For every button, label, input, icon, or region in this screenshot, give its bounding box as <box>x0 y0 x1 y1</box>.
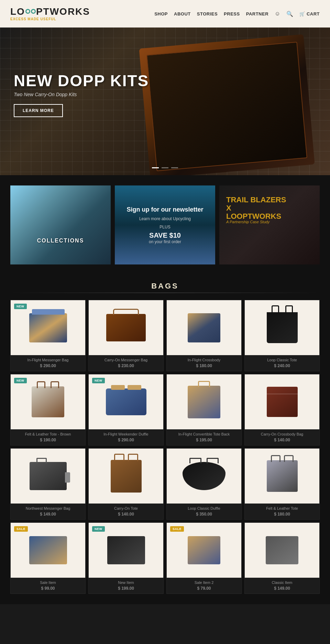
product-price: $ 190.00 <box>13 438 82 442</box>
hero-subtitle: Two New Carry-On Dopp Kits <box>14 92 149 97</box>
product-name: Carry-On Crossbody Bag <box>248 432 317 436</box>
product-info: Loop Classic Tote $ 240.00 <box>245 355 319 371</box>
product-card[interactable]: Felt & Leather Tote $ 180.00 <box>244 448 320 520</box>
new-badge: NEW <box>92 526 105 532</box>
search-icon[interactable]: 🔍 <box>286 11 293 17</box>
product-card[interactable]: Carry-On Tote $ 140.00 <box>88 448 164 520</box>
product-info: Sale Item $ 99.00 <box>11 578 85 594</box>
product-card[interactable]: SALE Sale Item $ 99.00 <box>10 522 86 594</box>
product-name: Classic Item <box>248 580 317 585</box>
product-name: In-Flight Crossbody <box>169 358 239 362</box>
logo[interactable]: LOPTWORKS EXCESS MADE USEFUL <box>10 7 90 21</box>
product-card[interactable]: NEW In-Flight Weekender Duffle $ 290.00 <box>88 374 164 445</box>
product-price: $ 79.00 <box>169 586 239 591</box>
product-card[interactable]: NEW New Item $ 199.00 <box>88 522 164 594</box>
product-card[interactable]: SALE Sale Item 2 $ 79.00 <box>166 522 242 594</box>
promo-section: COLLECTIONS Sign up for our newsletter L… <box>0 175 330 275</box>
product-info: Northwest Messenger Bag $ 149.00 <box>11 504 85 519</box>
newsletter-on: on your first order <box>120 239 210 244</box>
logo-tagline: EXCESS MADE USEFUL <box>10 17 90 21</box>
product-name: New Item <box>91 580 161 585</box>
new-badge: NEW <box>92 378 105 383</box>
product-card[interactable]: Carry-On Crossbody Bag $ 140.00 <box>244 374 320 445</box>
hero-dot-1[interactable] <box>152 167 159 168</box>
product-info: In-Flight Weekender Duffle $ 290.00 <box>89 429 163 445</box>
product-card[interactable]: In-Flight Convertible Tote Back $ 195.00 <box>166 374 242 445</box>
main-nav: SHOP ABOUT STORIES PRESS PARTNER ☺ 🔍 🛒 C… <box>154 11 320 17</box>
newsletter-save: SAVE $10 <box>120 231 210 239</box>
hero-content: NEW DOPP KITS Two New Carry-On Dopp Kits… <box>14 72 149 117</box>
product-info: New Item $ 199.00 <box>89 578 163 594</box>
product-name: Felt & Leather Tote - Brown <box>13 432 82 436</box>
product-price: $ 240.00 <box>248 363 317 368</box>
product-card[interactable]: Loop Classic Tote $ 240.00 <box>244 300 320 371</box>
product-info: Loop Classic Duffle $ 350.00 <box>167 504 241 519</box>
product-name: Felt & Leather Tote <box>248 506 317 510</box>
promo-collections[interactable]: COLLECTIONS <box>10 185 111 264</box>
product-info: Felt & Leather Tote $ 180.00 <box>245 504 319 519</box>
collections-label: COLLECTIONS <box>37 238 84 244</box>
user-icon[interactable]: ☺ <box>275 11 280 17</box>
product-card[interactable]: NEW In-Flight Messenger Bag $ 290.00 <box>10 300 86 371</box>
newsletter-plus: PLUS <box>120 224 210 230</box>
nav-press[interactable]: PRESS <box>224 11 240 16</box>
product-card[interactable]: NEW Felt & Leather Tote - Brown $ 190.00 <box>10 374 86 445</box>
product-info: In-Flight Convertible Tote Back $ 195.00 <box>167 429 241 445</box>
product-price: $ 140.00 <box>248 438 317 442</box>
nav-stories[interactable]: STORIES <box>197 11 218 16</box>
hero-section: NEW DOPP KITS Two New Carry-On Dopp Kits… <box>0 27 330 175</box>
bags-section: BAGS NEW In-Flight Messenger Bag $ 290.0… <box>0 275 330 604</box>
promo-partner[interactable]: TRAIL BLAZERSXLOOPTWORKS A Partnership C… <box>219 185 320 264</box>
nav-shop[interactable]: SHOP <box>154 11 168 16</box>
product-price: $ 290.00 <box>91 438 161 442</box>
product-image <box>245 374 319 429</box>
sale-badge: SALE <box>14 526 28 532</box>
header: LOPTWORKS EXCESS MADE USEFUL SHOP ABOUT … <box>0 0 330 27</box>
newsletter-title: Sign up for our newsletter <box>120 206 210 214</box>
partner-title: TRAIL BLAZERSXLOOPTWORKS <box>226 196 286 221</box>
product-image <box>167 449 241 504</box>
product-image <box>89 449 163 504</box>
product-card[interactable]: Northwest Messenger Bag $ 149.00 <box>10 448 86 520</box>
collections-bg <box>10 185 111 264</box>
product-info: Carry-On Tote $ 140.00 <box>89 504 163 519</box>
newsletter-content: Sign up for our newsletter Learn more ab… <box>120 206 210 244</box>
product-price: $ 149.00 <box>248 586 317 591</box>
newsletter-body: Learn more about Upcycling <box>120 216 210 222</box>
product-price: $ 199.00 <box>91 586 161 591</box>
promo-newsletter[interactable]: Sign up for our newsletter Learn more ab… <box>115 185 215 264</box>
nav-partner[interactable]: PARTNER <box>246 11 268 16</box>
products-grid: NEW In-Flight Messenger Bag $ 290.00 Car… <box>10 300 320 594</box>
hero-title: NEW DOPP KITS <box>14 72 149 90</box>
product-price: $ 99.00 <box>13 586 82 591</box>
hero-dot-3[interactable] <box>171 167 178 168</box>
product-name: In-Flight Weekender Duffle <box>91 432 161 436</box>
product-card[interactable]: Carry-On Messenger Bag $ 230.00 <box>88 300 164 371</box>
hero-dots <box>152 167 178 168</box>
sale-badge: SALE <box>170 526 184 532</box>
product-price: $ 290.00 <box>13 363 82 368</box>
product-image <box>245 449 319 504</box>
product-name: Loop Classic Duffle <box>169 506 239 510</box>
product-card[interactable]: Classic Item $ 149.00 <box>244 522 320 594</box>
cart-link[interactable]: 🛒 CART <box>299 11 320 16</box>
nav-about[interactable]: ABOUT <box>174 11 191 16</box>
hero-cta-button[interactable]: LEARN MORE <box>14 104 63 117</box>
product-info: Carry-On Crossbody Bag $ 140.00 <box>245 429 319 445</box>
product-price: $ 149.00 <box>13 512 82 517</box>
hero-bag-image <box>139 34 315 175</box>
product-name: In-Flight Messenger Bag <box>13 358 82 362</box>
product-name: In-Flight Convertible Tote Back <box>169 432 239 436</box>
product-card[interactable]: In-Flight Crossbody $ 180.00 <box>166 300 242 371</box>
partner-subtitle: A Partnership Case Study <box>226 220 270 224</box>
product-info: In-Flight Crossbody $ 180.00 <box>167 355 241 371</box>
product-price: $ 180.00 <box>248 512 317 517</box>
cart-icon: 🛒 <box>299 11 305 16</box>
product-info: Felt & Leather Tote - Brown $ 190.00 <box>11 429 85 445</box>
product-info: Carry-On Messenger Bag $ 230.00 <box>89 355 163 371</box>
product-card[interactable]: Loop Classic Duffle $ 350.00 <box>166 448 242 520</box>
bags-title: BAGS <box>10 282 320 291</box>
product-image <box>11 449 85 504</box>
product-name: Loop Classic Tote <box>248 358 317 362</box>
hero-dot-2[interactable] <box>162 167 168 168</box>
